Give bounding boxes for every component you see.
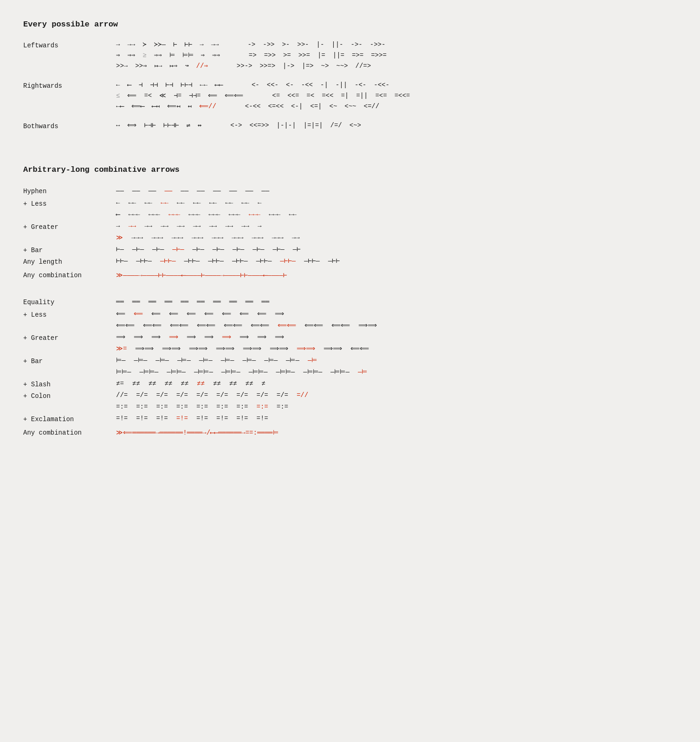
sym: ⟸⟸ — [305, 321, 323, 331]
sym: →→→ — [272, 233, 284, 243]
colon-eq-row1: //= =/= =/= =/= =/= =/= =/= =/= =/= =// — [116, 390, 677, 401]
sym: —— — [132, 186, 140, 196]
sym: —⊢⊢— — [136, 256, 152, 266]
sym: =:= — [236, 402, 248, 412]
sym: =|| — [356, 91, 368, 101]
sym: ≻ — [143, 40, 146, 50]
sym: ══ — [261, 297, 269, 307]
sym: ⊢⊣⊢ — [144, 121, 156, 130]
sym: <-<< — [245, 102, 261, 111]
sym: →→ — [128, 221, 136, 231]
greater-hyphen-row2: ≫ →→→ →→→ →→→ →→→ →→→ →→→ →→→ →→→ →→ — [116, 232, 677, 244]
sym: ⟹ — [257, 332, 266, 342]
sym: ⊨— — [116, 356, 125, 365]
sym-combo-eq: ≫⟸══════→══════!════→/⟵⟵══════→==:════⊨ — [116, 428, 279, 438]
sym: =:= — [176, 402, 188, 412]
sym: ⊢⊢— — [116, 256, 128, 266]
sym: ⟸⟸ — [143, 321, 162, 331]
sym: ←←← — [188, 210, 200, 220]
sym: —⊢— — [193, 245, 204, 254]
sym: —⊢— — [152, 245, 164, 254]
sym: ⟹⟹ — [324, 344, 342, 354]
sym: ←←← — [208, 210, 220, 220]
sym: <=<< — [268, 102, 284, 111]
sym: ⟹ — [134, 332, 143, 342]
sym: —— — [213, 186, 221, 196]
sym: ⊨⊨— — [116, 367, 131, 377]
sym: ⟹ — [169, 332, 178, 342]
sym: →→ — [225, 221, 233, 231]
bar-eq-row2: ⊨⊨— —⊨⊨— —⊨⊨— —⊨⊨— —⊨⊨— —⊨⊨— —⊨⊨— —⊨⊨— —… — [116, 366, 677, 378]
sym: |- — [317, 40, 324, 50]
sym: —⊢ — [293, 245, 301, 254]
sym: ↦⇒ — [169, 61, 177, 71]
sym: ══ — [181, 297, 188, 307]
bar-hyphen-row1: ⊢— —⊢— —⊢— —⊢— —⊢— —⊢— —⊢— —⊢— —⊢— —⊢ — [116, 244, 677, 255]
sym: =/= — [136, 391, 148, 400]
sym: —— — [246, 186, 253, 196]
sym: —⊨— — [177, 356, 191, 365]
sym: →→ — [241, 221, 249, 231]
label-less-eq: + Less — [23, 308, 116, 320]
label-any-combo-hyphen: Any combination — [23, 267, 116, 284]
sym: ≫ — [116, 233, 123, 243]
sym: ←← — [161, 198, 169, 208]
sym: ⟸⟸ — [251, 321, 269, 331]
bothwards-symbols: ↔ ⟺ ⊢⊣⊢ ⊢⊢⊣⊢ ⇌ ↭ <-> <<=>> |-|-| |=|=| /… — [116, 121, 677, 131]
sym: =/= — [277, 391, 288, 400]
bar-eq-row1: ⊨— —⊨— —⊨— —⊨— —⊨— —⊨— —⊨— —⊨— —⊨— —⊨ — [116, 355, 677, 366]
sym: =>> — [264, 51, 276, 60]
sym: ══ — [149, 297, 156, 307]
sym: ⟹⟹ — [358, 321, 377, 331]
sym: <=// — [364, 102, 380, 111]
sym: =<<= — [395, 91, 410, 101]
sym: ⟸⟸ — [331, 321, 350, 331]
sym: <- — [286, 80, 294, 90]
sym: ⇒⇒ — [212, 51, 220, 60]
sym: ⊢⊢⊣ — [181, 80, 192, 90]
sym: →→ — [209, 221, 217, 231]
sym: ⟸⟸ — [224, 321, 242, 331]
sym: ⟵ — [127, 80, 131, 90]
sym: ⟹⟹ — [135, 344, 154, 354]
sym: -| — [320, 80, 328, 90]
sym: =< — [306, 91, 314, 101]
sym: |=|=| — [304, 121, 323, 130]
sym: —⊨⊨— — [221, 367, 240, 377]
sym: -<<- — [374, 80, 389, 90]
sym: ⟸⟸ — [116, 321, 135, 331]
sym: —— — [229, 186, 237, 196]
sym: ══ — [246, 297, 253, 307]
sym: <- — [252, 80, 259, 90]
sym: ══ — [164, 297, 172, 307]
sym: ↦→ — [154, 61, 162, 71]
sym: —⊨— — [221, 356, 234, 365]
sym: —⊢⊢— — [256, 256, 272, 266]
sym: —⊢⊢— — [160, 256, 176, 266]
sym: —⊢— — [213, 245, 224, 254]
leftwards-symbols: → →→ ≻ ≻≻— ⊢ ⊢⊢ → →→ -> ->> >- >>- |- ||… — [116, 40, 677, 72]
sym: ⟹⟹ — [162, 344, 181, 354]
sym: —— — [116, 186, 124, 196]
label-bar-hyphen: + Bar — [23, 244, 116, 255]
sym: ←←← — [269, 210, 280, 220]
sym: >>-> — [237, 61, 253, 71]
excl-eq-row: =!= =!= =!= =!= =!= =!= =!= =!= — [116, 413, 677, 424]
greater-eq-row1: ⟹ ⟹ ⟹ ⟹ ⟹ ⟹ ⟹ ⟹ ⟹ ⟹ — [116, 332, 677, 343]
sym: ⟹⟹ — [243, 344, 261, 354]
empty1 — [23, 209, 116, 221]
sym: =:= — [156, 402, 168, 412]
sym: —⊢— — [132, 245, 144, 254]
sym: —⊨⊨— — [139, 367, 158, 377]
sym: —⊢— — [172, 245, 184, 254]
sym: =:= — [116, 402, 128, 412]
sym: <-| — [291, 102, 303, 111]
sym: ══ — [213, 297, 221, 307]
sym: —⊨⊨— — [194, 367, 213, 377]
sym: ⟵↤ — [152, 102, 160, 111]
sym: /=/ — [331, 121, 342, 130]
sym: —⊨— — [156, 356, 169, 365]
sym: ⟸ — [116, 309, 125, 319]
sym: ←←← — [149, 210, 160, 220]
sym: ⟸ — [208, 91, 217, 101]
